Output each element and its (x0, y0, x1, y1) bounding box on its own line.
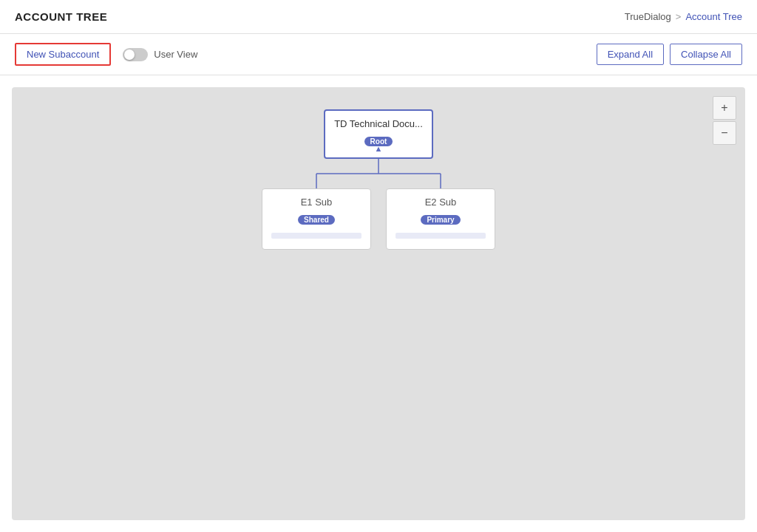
expand-all-button[interactable]: Expand All (597, 44, 664, 65)
toolbar: New Subaccount User View Expand All Coll… (0, 34, 757, 75)
children-row: E1 Sub Shared E2 Sub Primary (262, 188, 495, 250)
toggle-track (123, 48, 148, 61)
new-subaccount-button[interactable]: New Subaccount (15, 43, 111, 66)
user-view-toggle[interactable] (123, 48, 148, 61)
canvas-area: + − TD Technical Docu... Root ▲ (12, 87, 745, 520)
page-title: ACCOUNT TREE (15, 10, 107, 23)
root-chevron: ▲ (375, 144, 383, 153)
child-e2-bar (396, 233, 486, 239)
child-e2-badge: Primary (421, 215, 460, 225)
breadcrumb-current: Account Tree (685, 11, 742, 22)
page-wrapper: ACCOUNT TREE TrueDialog > Account Tree N… (0, 0, 757, 532)
child-node-e2[interactable]: E2 Sub Primary (386, 188, 495, 250)
child-e1-badge: Shared (298, 215, 335, 225)
root-node-title: TD Technical Docu... (334, 118, 423, 129)
toolbar-right: Expand All Collapse All (597, 44, 742, 65)
root-node[interactable]: TD Technical Docu... Root ▲ (324, 109, 433, 159)
collapse-all-button[interactable]: Collapse All (670, 44, 742, 65)
child-node-e1[interactable]: E1 Sub Shared (262, 188, 371, 250)
breadcrumb-parent: TrueDialog (625, 11, 671, 22)
toolbar-left: New Subaccount User View (15, 43, 197, 66)
user-view-toggle-wrapper: User View (123, 48, 197, 61)
breadcrumb-separator: > (676, 11, 682, 22)
child-e2-title: E2 Sub (396, 197, 486, 208)
header: ACCOUNT TREE TrueDialog > Account Tree (0, 0, 757, 34)
user-view-label: User View (154, 49, 197, 60)
breadcrumb: TrueDialog > Account Tree (625, 11, 742, 22)
child-e1-bar (271, 233, 361, 239)
connector-lines (268, 159, 489, 188)
toggle-thumb (124, 50, 135, 60)
tree-container: TD Technical Docu... Root ▲ E1 Sub Shar (12, 87, 745, 520)
child-e1-title: E1 Sub (271, 197, 361, 208)
